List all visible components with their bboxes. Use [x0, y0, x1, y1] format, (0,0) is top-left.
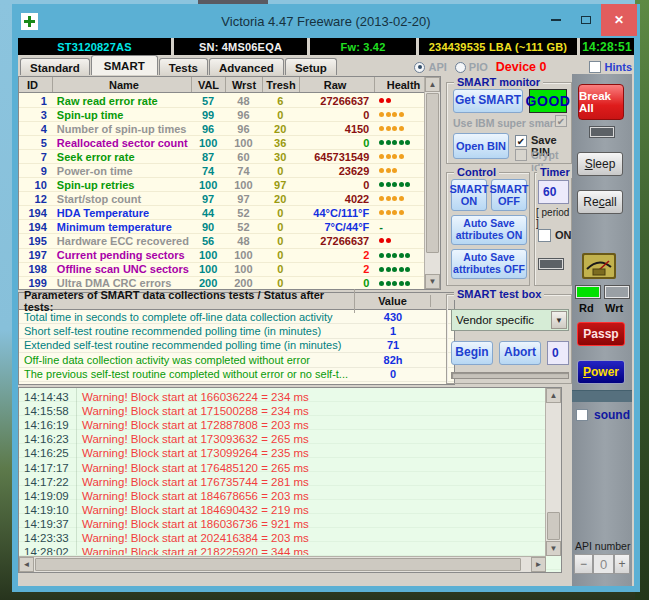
abort-test-button[interactable]: Abort — [499, 341, 541, 365]
timer-on-label: ON — [555, 229, 572, 241]
log-entry[interactable]: 14:19:09Warning! Block start at 18467865… — [19, 489, 544, 503]
param-row[interactable]: Off-line data collection activity was co… — [19, 353, 454, 367]
autosave-on-button[interactable]: Auto Save attributes ON — [451, 215, 527, 245]
recall-button[interactable]: Recall — [577, 190, 623, 214]
crypt-checkbox[interactable] — [515, 149, 527, 161]
param-row[interactable]: The previous self-test routine completed… — [19, 368, 454, 382]
api-number-decrement-button[interactable]: − — [574, 554, 593, 574]
api-number-label: API number — [575, 540, 630, 552]
smart-row-7[interactable]: 7Seek error rate876030645731549 — [19, 150, 424, 164]
minimize-button[interactable] — [541, 4, 571, 36]
smart-row-198[interactable]: 198Offline scan UNC sectors10010002 — [19, 263, 424, 277]
header-raw[interactable]: Raw — [300, 77, 375, 92]
log-scroll-left-icon[interactable]: ◄ — [19, 557, 34, 572]
smart-row-194[interactable]: 194Minimum temperature905207°C/44°F- — [19, 220, 424, 234]
attr-raw: 27266637 — [299, 95, 374, 107]
log-scroll-right-icon[interactable]: ► — [531, 557, 546, 572]
smart-row-5[interactable]: 5Reallocated sector count100100360 — [19, 136, 424, 150]
tab-setup[interactable]: Setup — [285, 58, 337, 75]
maximize-button[interactable] — [571, 4, 601, 36]
smart-off-button[interactable]: SMART OFF — [491, 179, 527, 211]
timer-period-input[interactable]: 60 — [538, 180, 569, 204]
sleep-button[interactable]: Sleep — [577, 152, 623, 176]
tab-tests[interactable]: Tests — [159, 58, 208, 75]
tab-advanced[interactable]: Advanced — [209, 58, 284, 75]
drive-model: ST3120827AS — [18, 38, 171, 55]
header-id[interactable]: ID — [19, 77, 53, 92]
api-radio[interactable] — [414, 62, 425, 73]
log-entry[interactable]: 14:16:19Warning! Block start at 17288780… — [19, 418, 544, 432]
save-bin-checkbox[interactable]: ✔ — [515, 135, 527, 147]
break-all-button[interactable]: Break All — [578, 84, 624, 120]
smart-rows: 1Raw read error rate57486272666373Spin-u… — [19, 94, 424, 289]
log-entry[interactable]: 14:17:22Warning! Block start at 17673574… — [19, 475, 544, 489]
power-button[interactable]: Power — [577, 360, 625, 384]
tab-standard[interactable]: Standard — [20, 58, 90, 75]
health-dot — [399, 267, 404, 272]
log-vscrollbar[interactable]: ▲ ▼ — [545, 388, 561, 556]
smart-row-10[interactable]: 10Spin-up retries100100970 — [19, 178, 424, 192]
header-wrst[interactable]: Wrst — [226, 77, 263, 92]
smart-table-vscrollbar[interactable]: ▲ ▼ — [424, 77, 440, 289]
log-hscroll-thumb[interactable] — [35, 558, 521, 571]
tab-smart[interactable]: SMART — [91, 55, 158, 75]
smart-row-12[interactable]: 12Start/stop count9797204022 — [19, 192, 424, 206]
attr-wrst: 100 — [225, 179, 262, 191]
attr-wrst: 96 — [225, 109, 262, 121]
header-tresh[interactable]: Tresh — [263, 77, 300, 92]
log-entry[interactable]: 14:14:43Warning! Block start at 16603622… — [19, 390, 544, 404]
begin-test-button[interactable]: Begin — [451, 341, 493, 365]
smart-row-197[interactable]: 197Current pending sectors10010002 — [19, 249, 424, 263]
ibm-smart-label: Use IBM super smart: — [453, 117, 561, 129]
log-scroll-up-icon[interactable]: ▲ — [546, 388, 561, 403]
smart-on-button[interactable]: SMART ON — [451, 179, 487, 211]
get-smart-button[interactable]: Get SMART — [453, 89, 523, 113]
log-hscrollbar[interactable]: ◄ ► — [19, 556, 546, 572]
log-vscroll-thumb[interactable] — [547, 512, 560, 540]
passp-button[interactable]: Passp — [577, 322, 625, 346]
api-number-increment-button[interactable]: + — [614, 554, 630, 574]
param-row[interactable]: Extended self-test routine recommended p… — [19, 339, 454, 353]
timer-on-checkbox[interactable] — [538, 229, 551, 242]
smart-scroll-thumb[interactable] — [426, 93, 439, 253]
log-entry[interactable]: 14:23:33Warning! Block start at 20241638… — [19, 531, 544, 545]
test-type-dropdown[interactable]: Vendor specific ▼ — [451, 309, 569, 331]
smart-row-194[interactable]: 194HDA Temperature4452044°C/111°F — [19, 206, 424, 220]
ibm-smart-checkbox[interactable]: ✔ — [555, 115, 567, 127]
pio-radio[interactable] — [455, 62, 466, 73]
smart-row-4[interactable]: 4Number of spin-up times9696204150 — [19, 122, 424, 136]
log-entry[interactable]: 14:28:02Warning! Block start at 21822592… — [19, 545, 544, 555]
attr-health — [373, 210, 424, 215]
header-name[interactable]: Name — [53, 77, 192, 92]
log-entry[interactable]: 14:19:10Warning! Block start at 18469043… — [19, 503, 544, 517]
write-led — [605, 286, 629, 298]
param-row[interactable]: Short self-test routine recommended poll… — [19, 324, 454, 338]
chevron-down-icon[interactable]: ▼ — [551, 311, 567, 329]
read-led-label: Rd — [579, 302, 594, 314]
smart-row-3[interactable]: 3Spin-up time999600 — [19, 108, 424, 122]
smart-row-1[interactable]: 1Raw read error rate5748627266637 — [19, 94, 424, 108]
scroll-up-icon[interactable]: ▲ — [425, 77, 440, 92]
log-scroll-down-icon[interactable]: ▼ — [546, 541, 561, 556]
header-val[interactable]: VAL — [192, 77, 226, 92]
header-health[interactable]: Health — [375, 77, 426, 92]
attr-health — [373, 140, 424, 145]
log-entry[interactable]: 14:15:58Warning! Block start at 17150028… — [19, 404, 544, 418]
smart-row-9[interactable]: 9Power-on time7474023629 — [19, 164, 424, 178]
param-row[interactable]: Total time in seconds to complete off-li… — [19, 310, 454, 324]
scroll-down-icon[interactable]: ▼ — [425, 274, 440, 289]
log-entry[interactable]: 14:16:25Warning! Block start at 17309926… — [19, 446, 544, 460]
close-button[interactable]: ✕ — [601, 4, 637, 36]
log-timestamp: 14:19:37 — [19, 518, 69, 530]
hints-checkbox[interactable] — [589, 61, 601, 73]
test-count-input[interactable]: 0 — [547, 341, 569, 365]
log-entry[interactable]: 14:19:37Warning! Block start at 18603673… — [19, 517, 544, 531]
smart-row-199[interactable]: 199Ultra DMA CRC errors20020000 — [19, 277, 424, 289]
log-entry[interactable]: 14:17:17Warning! Block start at 17648512… — [19, 460, 544, 474]
smart-row-195[interactable]: 195Hardware ECC recovered5648027266637 — [19, 234, 424, 248]
autosave-off-button[interactable]: Auto Save attributes OFF — [451, 249, 527, 279]
sound-checkbox[interactable] — [576, 409, 588, 421]
api-number-value: 0 — [593, 554, 614, 574]
open-bin-button[interactable]: Open BIN — [453, 133, 509, 159]
log-entry[interactable]: 14:16:23Warning! Block start at 17309363… — [19, 432, 544, 446]
